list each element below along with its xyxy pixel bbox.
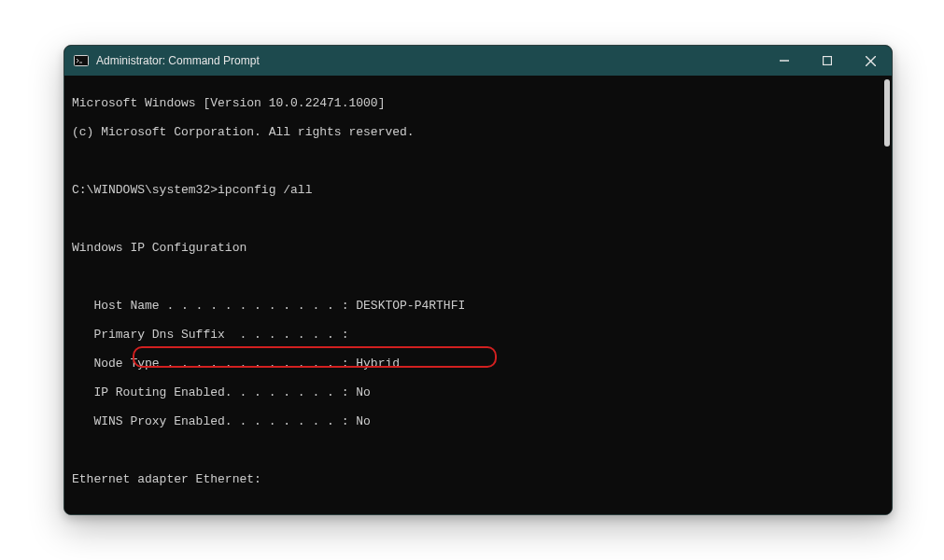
banner-line: Microsoft Windows [Version 10.0.22471.10… [72,96,892,111]
prompt-path: C:\WINDOWS\system32> [72,183,218,197]
command-prompt-window: Administrator: Command Prompt Microsoft … [63,45,893,515]
terminal-client-area[interactable]: Microsoft Windows [Version 10.0.22471.10… [64,76,892,515]
section-header: Windows IP Configuration [72,241,892,256]
banner-line: (c) Microsoft Corporation. All rights re… [72,125,892,140]
scrollbar-thumb[interactable] [884,79,890,147]
maximize-button[interactable] [806,46,849,76]
ipcfg-wins-proxy: WINS Proxy Enabled. . . . . . . . : No [72,414,892,429]
ipcfg-ip-routing: IP Routing Enabled. . . . . . . . : No [72,385,892,400]
terminal-output: Microsoft Windows [Version 10.0.22471.10… [72,81,892,515]
prompt-line: C:\WINDOWS\system32>ipconfig /all [72,183,892,198]
titlebar[interactable]: Administrator: Command Prompt [64,46,892,76]
ipcfg-host-name: Host Name . . . . . . . . . . . . : DESK… [72,299,892,314]
ipcfg-node-type: Node Type . . . . . . . . . . . . : Hybr… [72,357,892,371]
section-header: Ethernet adapter Ethernet: [72,472,892,487]
window-title: Administrator: Command Prompt [96,54,260,67]
cmd-icon [74,53,89,68]
close-button[interactable] [849,46,892,76]
svg-rect-0 [75,56,89,66]
ipcfg-primary-suffix: Primary Dns Suffix . . . . . . . : [72,328,892,343]
svg-rect-3 [824,57,832,65]
scrollbar[interactable] [884,79,890,515]
minimize-button[interactable] [763,46,806,76]
typed-command: ipconfig /all [218,183,312,197]
